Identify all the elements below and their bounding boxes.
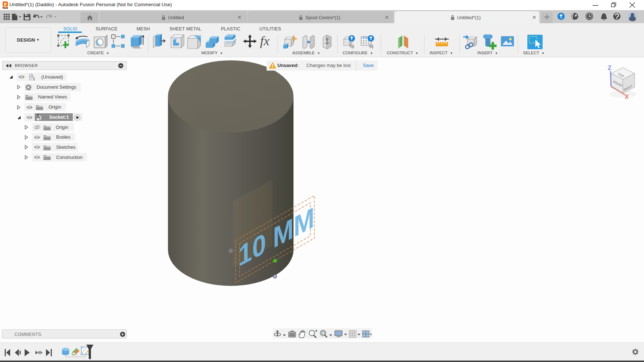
svg-text:X: X [625,94,629,100]
svg-text:fx: fx [260,34,269,48]
svg-text:Z: Z [608,65,611,71]
